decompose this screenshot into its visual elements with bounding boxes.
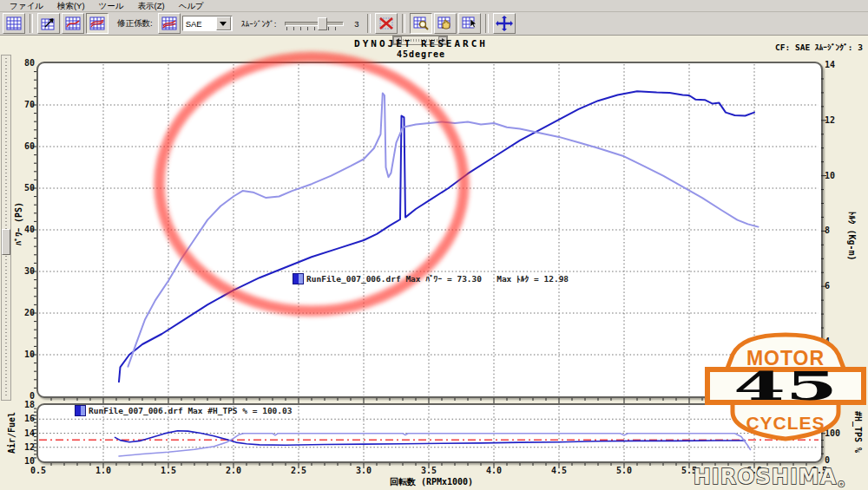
- graph-add-button[interactable]: [37, 13, 60, 34]
- graph-add-icon: [41, 16, 56, 30]
- tick-label: 4.0: [486, 466, 502, 475]
- run-subtitle: 45degree: [354, 49, 488, 59]
- slider-track[interactable]: [285, 22, 344, 26]
- tick-label: 60: [14, 141, 35, 151]
- crosshair-tool-button[interactable]: [493, 13, 516, 34]
- correction-factor-label: 修正係数:: [117, 18, 153, 29]
- legend-airfuel-tps: RunFile_007_006.drf Max #H_TPS % = 100.0…: [75, 405, 293, 416]
- tick-label: 1.0: [95, 466, 111, 475]
- smoothing-label: ｽﾑｰｼﾞﾝｸﾞ:: [241, 19, 277, 29]
- tick-label: 12: [825, 115, 835, 125]
- graph-line-icon: [65, 16, 81, 30]
- toolbar-separator: [402, 14, 405, 33]
- hiroshima-text: HIROSHIMA。: [694, 465, 859, 489]
- tick-label: 2.5: [291, 466, 306, 475]
- tick-label: 2.0: [226, 466, 241, 475]
- logo-number: 45: [733, 364, 838, 408]
- x-axis-title-rpm: 回転数 (RPMx1000): [390, 476, 473, 488]
- legend-power-torque: RunFile_007_006.drf Max ﾊﾟﾜｰ = 73.30 Max…: [293, 273, 569, 284]
- menu-bar: ファイル 検索(Y) ツール 表示(Z) ヘルプ: [0, 0, 868, 12]
- smoothing-value: 3: [354, 19, 358, 29]
- page-title: DYNOJET RESEARCH: [354, 38, 488, 49]
- tick-label: 30: [14, 266, 35, 276]
- correction-map-icon: [161, 16, 177, 30]
- correction-map-button[interactable]: [158, 13, 181, 34]
- tick-label: 10: [14, 456, 35, 466]
- graph-line-button[interactable]: [62, 13, 84, 34]
- tick-label: 10: [825, 171, 835, 180]
- combo-dropdown-arrow-icon[interactable]: [216, 16, 231, 30]
- tick-label: 18: [14, 400, 35, 409]
- legend-text: RunFile_007_006.drf Max #H_TPS % = 100.0…: [89, 406, 293, 415]
- slider-ticks: [286, 27, 342, 30]
- tick-label: 0: [14, 391, 35, 401]
- tick-label: 0.5: [30, 466, 46, 475]
- tick-label: 80: [14, 58, 35, 68]
- zoom-tool-icon: [413, 16, 429, 30]
- toolbar-separator: [485, 14, 489, 33]
- tick-label: 10: [14, 350, 35, 359]
- menu-view[interactable]: 表示(Z): [132, 0, 171, 11]
- tick-label: 14: [825, 60, 835, 69]
- toolbar-separator: [30, 14, 33, 33]
- hiroshima-watermark: HIROSHIMA。: [684, 464, 868, 490]
- tick-label: 1.5: [161, 466, 176, 475]
- toolbar-separator: [367, 14, 371, 33]
- logo-text-bottom: CYCLES: [746, 413, 825, 433]
- menu-search[interactable]: 検索(Y): [51, 0, 91, 11]
- graph-table-button[interactable]: [3, 13, 25, 34]
- tick-label: 3.0: [356, 466, 372, 475]
- toolbar: 修正係数: SAE ｽﾑｰｼﾞﾝｸﾞ: 3: [0, 12, 868, 36]
- pan-tool-button[interactable]: [434, 13, 457, 34]
- clear-graphs-button[interactable]: [375, 13, 398, 34]
- tick-label: 20: [14, 308, 35, 317]
- tick-label: 5.0: [616, 466, 632, 475]
- tick-label: 70: [14, 100, 35, 109]
- tick-label: 50: [14, 183, 35, 193]
- graph-overlay-icon: [89, 16, 105, 30]
- menu-tools[interactable]: ツール: [93, 0, 130, 11]
- zoom-tool-button[interactable]: [410, 13, 432, 34]
- correction-select-value: SAE: [183, 19, 216, 29]
- left-axis-title-airfuel: Air/Fuel: [7, 412, 16, 454]
- slider-thumb[interactable]: [318, 17, 327, 30]
- tick-label: 14: [14, 428, 35, 438]
- select-tool-icon: [462, 16, 477, 30]
- chart-title-block: DYNOJET RESEARCH 45degree: [354, 38, 488, 59]
- runfile-marker-icon: [293, 273, 304, 284]
- tick-label: 3.5: [421, 466, 437, 475]
- select-tool-button[interactable]: [458, 13, 481, 34]
- dyno-software-window: ファイル 検索(Y) ツール 表示(Z) ヘルプ 修正係数: SAE ｽﾑｰｼﾞ…: [0, 0, 868, 490]
- motorcycle-shop-logo: MOTOR 45 CYCLES: [703, 330, 868, 444]
- menu-file[interactable]: ファイル: [3, 0, 49, 11]
- correction-select[interactable]: SAE: [182, 16, 233, 31]
- tick-label: 16: [14, 414, 35, 423]
- runfile-marker-icon: [75, 405, 86, 416]
- legend-text: RunFile_007_006.drf Max ﾊﾟﾜｰ = 73.30 Max…: [306, 274, 569, 284]
- pan-tool-icon: [437, 16, 453, 30]
- vertical-scrollbar[interactable]: [1, 55, 11, 401]
- vertical-scroll-track: [5, 58, 7, 397]
- correction-smoothing-status: CF: SAE ｽﾑｰｼﾞﾝｸﾞ: 3: [775, 42, 863, 52]
- graph-overlay-button[interactable]: [86, 13, 108, 34]
- tick-label: 6: [825, 281, 830, 291]
- smoothing-slider[interactable]: [283, 15, 345, 32]
- tick-label: 8: [825, 225, 830, 235]
- tick-label: 12: [14, 442, 35, 452]
- left-axis-title-power: ﾊﾟﾜｰ (PS): [14, 202, 23, 245]
- right-axis-title-torque: ﾄﾙｸ (Kg-m): [847, 211, 857, 260]
- crosshair-tool-icon: [496, 16, 513, 31]
- tick-label: 4.5: [551, 466, 567, 475]
- vertical-scroll-thumb[interactable]: [2, 229, 10, 255]
- graph-table-icon: [6, 16, 22, 30]
- menu-help[interactable]: ヘルプ: [173, 0, 210, 11]
- clear-graphs-icon: [378, 16, 394, 30]
